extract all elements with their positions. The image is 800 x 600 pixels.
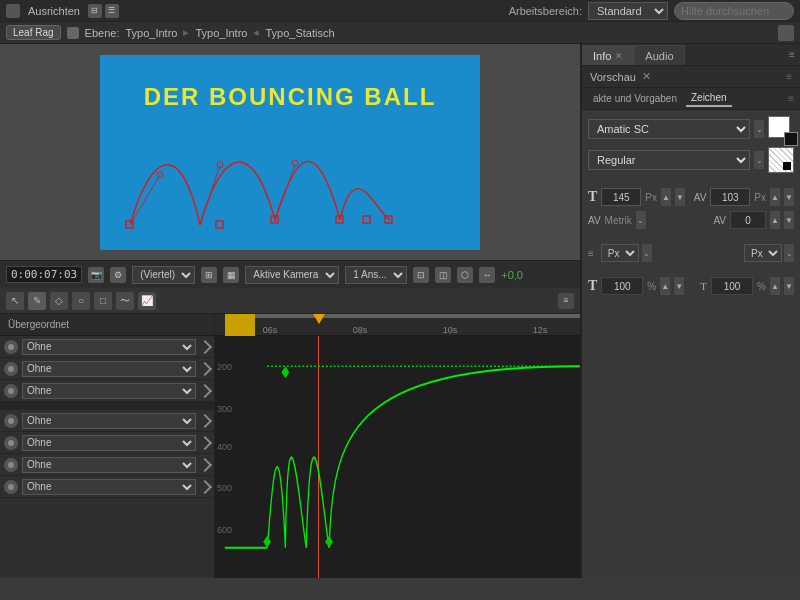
- tl-select-tool[interactable]: ↖: [6, 292, 24, 310]
- font-size-down-1[interactable]: ▼: [675, 188, 685, 206]
- views-select[interactable]: 1 Ans...: [345, 266, 407, 284]
- left-panel: DER BOUNCING BALL: [0, 44, 580, 578]
- transform-icon[interactable]: ↔: [479, 267, 495, 283]
- zeichen-options[interactable]: ≡: [788, 93, 794, 104]
- align-btn[interactable]: ⌄: [642, 244, 652, 262]
- search-input[interactable]: [674, 2, 794, 20]
- tl-section-divider: [0, 402, 214, 410]
- panel-options-btn[interactable]: [778, 25, 794, 41]
- canvas-animation-svg: [100, 55, 480, 250]
- font-style-select[interactable]: Regular: [588, 150, 750, 170]
- layer-tag[interactable]: Leaf Rag: [6, 25, 61, 40]
- workspace-select[interactable]: Standard: [588, 2, 668, 20]
- layer-select-3[interactable]: Ohne: [22, 383, 196, 399]
- tracking-up[interactable]: ▲: [770, 211, 780, 229]
- quality-select[interactable]: (Viertel): [132, 266, 195, 284]
- vorschau-options[interactable]: ≡: [786, 71, 792, 82]
- font-size-row-1: T Px ▲ ▼ AV Px ▲ ▼: [588, 188, 794, 206]
- tl-pen-tool[interactable]: ✎: [28, 292, 46, 310]
- tab-zeichen[interactable]: Zeichen: [686, 90, 732, 107]
- tl-circle-tool[interactable]: ○: [72, 292, 90, 310]
- layer-expand-2[interactable]: [198, 361, 212, 375]
- align-icon-1[interactable]: ⊟: [88, 4, 102, 18]
- tab-audio[interactable]: Audio: [634, 45, 684, 65]
- font-style-swatch[interactable]: [768, 147, 794, 173]
- workspace-label: Arbeitsbereich:: [509, 5, 582, 17]
- region-icon[interactable]: ◫: [435, 267, 451, 283]
- svg-line-6: [130, 175, 160, 225]
- svg-marker-26: [281, 366, 289, 378]
- layer-select-6[interactable]: Ohne: [22, 457, 196, 473]
- layer-eye-4[interactable]: [4, 414, 18, 428]
- scale-h-input[interactable]: [601, 277, 643, 295]
- tab-info-close[interactable]: ✕: [615, 51, 623, 61]
- t-icon-scale-h: T: [588, 278, 597, 294]
- layer-select-5[interactable]: Ohne: [22, 435, 196, 451]
- align-label: Ausrichten: [28, 5, 80, 17]
- tl-layers-header: Übergeordnet: [0, 314, 214, 336]
- scale-v-up[interactable]: ▲: [770, 277, 780, 295]
- font-size-up-2[interactable]: ▲: [770, 188, 780, 206]
- tl-square-tool[interactable]: □: [94, 292, 112, 310]
- layer-row-6: Ohne: [0, 454, 214, 476]
- settings-icon[interactable]: ⚙: [110, 267, 126, 283]
- font-size-input-1[interactable]: [601, 188, 641, 206]
- layer-expand-6[interactable]: [198, 457, 212, 471]
- color-swatch-black[interactable]: [784, 132, 798, 146]
- align-btn-2[interactable]: ⌄: [784, 244, 794, 262]
- time-display[interactable]: 0:00:07:03: [6, 266, 82, 283]
- font-size-down-2[interactable]: ▼: [784, 188, 794, 206]
- layer-select-2[interactable]: Ohne: [22, 361, 196, 377]
- font-style-btn[interactable]: ⌄: [754, 151, 764, 169]
- layer-expand-5[interactable]: [198, 435, 212, 449]
- layer-row-5: Ohne: [0, 432, 214, 454]
- workspace-area: Arbeitsbereich: Standard: [509, 2, 794, 20]
- layer-eye-3[interactable]: [4, 384, 18, 398]
- layer-expand-3[interactable]: [198, 383, 212, 397]
- layer-select-1[interactable]: Ohne: [22, 339, 196, 355]
- layer-eye-1[interactable]: [4, 340, 18, 354]
- camera-select[interactable]: Aktive Kamera: [245, 266, 339, 284]
- tl-graph-tool[interactable]: 📈: [138, 292, 156, 310]
- app-icon: [6, 4, 20, 18]
- render-icon[interactable]: ▦: [223, 267, 239, 283]
- graph-svg: [215, 336, 580, 578]
- px-select[interactable]: Px: [601, 244, 639, 262]
- layer-eye-7[interactable]: [4, 480, 18, 494]
- fit-icon[interactable]: ⊡: [413, 267, 429, 283]
- scale-h-up[interactable]: ▲: [660, 277, 670, 295]
- 3d-icon[interactable]: ⬡: [457, 267, 473, 283]
- grid-icon[interactable]: ⊞: [201, 267, 217, 283]
- tab-akte[interactable]: akte und Vorgaben: [588, 91, 682, 106]
- tracking-row: AV Metrik ⌄ AV ▲ ▼: [588, 211, 794, 229]
- camera-icon[interactable]: 📷: [88, 267, 104, 283]
- layer-eye-2[interactable]: [4, 362, 18, 376]
- scale-v-input[interactable]: [711, 277, 753, 295]
- layer-select-4[interactable]: Ohne: [22, 413, 196, 429]
- tl-bezier-tool[interactable]: 〜: [116, 292, 134, 310]
- layer-row-2: Ohne: [0, 358, 214, 380]
- scale-v-down[interactable]: ▼: [784, 277, 794, 295]
- layer-eye-6[interactable]: [4, 458, 18, 472]
- tracking-btn[interactable]: ⌄: [636, 211, 646, 229]
- tab-info[interactable]: Info ✕: [582, 45, 634, 65]
- font-size-input-2[interactable]: [710, 188, 750, 206]
- scale-h-down[interactable]: ▼: [674, 277, 684, 295]
- layer-expand-4[interactable]: [198, 413, 212, 427]
- layer-expand-7[interactable]: [198, 479, 212, 493]
- panel-menu-btn[interactable]: ≡: [784, 43, 800, 65]
- layer-close-btn[interactable]: [67, 27, 79, 39]
- layer-select-7[interactable]: Ohne: [22, 479, 196, 495]
- tracking-down[interactable]: ▼: [784, 211, 794, 229]
- font-size-up-1[interactable]: ▲: [661, 188, 671, 206]
- tl-options-btn[interactable]: ≡: [558, 293, 574, 309]
- layer-eye-5[interactable]: [4, 436, 18, 450]
- tl-anchor-tool[interactable]: ◇: [50, 292, 68, 310]
- align-select-2[interactable]: Px: [744, 244, 782, 262]
- align-icon-2[interactable]: ☰: [105, 4, 119, 18]
- font-name-select[interactable]: Amatic SC: [588, 119, 750, 139]
- font-picker-btn[interactable]: ⌄: [754, 120, 764, 138]
- layer-expand-1[interactable]: [198, 339, 212, 353]
- vorschau-close[interactable]: ✕: [642, 70, 651, 83]
- tracking-value[interactable]: [730, 211, 766, 229]
